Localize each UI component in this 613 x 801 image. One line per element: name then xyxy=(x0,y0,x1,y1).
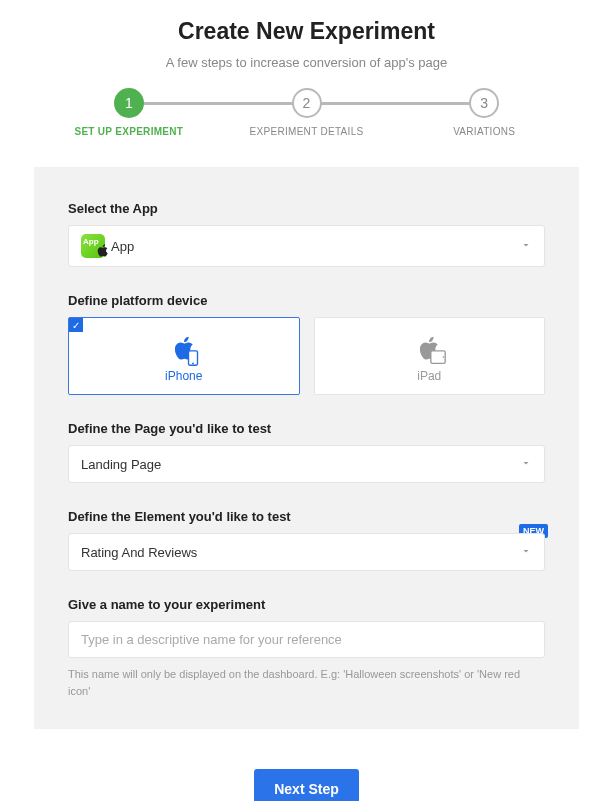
chevron-down-icon xyxy=(520,237,532,255)
app-icon xyxy=(81,234,105,258)
step-label: SET UP EXPERIMENT xyxy=(74,126,183,137)
svg-point-3 xyxy=(443,356,445,358)
page-field-label: Define the Page you'd like to test xyxy=(68,421,545,436)
device-option-iphone[interactable]: ✓ iPhone xyxy=(68,317,300,395)
next-step-button[interactable]: Next Step xyxy=(254,769,359,801)
step-number: 2 xyxy=(292,88,322,118)
apple-ipad-icon xyxy=(411,331,447,367)
page-title: Create New Experiment xyxy=(20,18,593,45)
device-label: iPhone xyxy=(165,369,202,383)
page-select-value: Landing Page xyxy=(81,457,161,472)
name-field-label: Give a name to your experiment xyxy=(68,597,545,612)
device-label: iPad xyxy=(417,369,441,383)
chevron-down-icon xyxy=(520,543,532,561)
step-2[interactable]: 2 EXPERIMENT DETAILS xyxy=(218,88,396,137)
step-number: 1 xyxy=(114,88,144,118)
name-helper-text: This name will only be displayed on the … xyxy=(68,666,545,699)
element-field-label: Define the Element you'd like to test xyxy=(68,509,545,524)
apple-iphone-icon xyxy=(166,331,202,367)
page-subtitle: A few steps to increase conversion of ap… xyxy=(20,55,593,70)
chevron-down-icon xyxy=(520,455,532,473)
element-select[interactable]: Rating And Reviews xyxy=(68,533,545,571)
svg-point-1 xyxy=(192,363,194,365)
app-label: Select the App xyxy=(68,201,545,216)
step-label: VARIATIONS xyxy=(453,126,515,137)
step-number: 3 xyxy=(469,88,499,118)
form-panel: Select the App App Define platform d xyxy=(34,167,579,729)
step-label: EXPERIMENT DETAILS xyxy=(250,126,364,137)
stepper: 1 SET UP EXPERIMENT 2 EXPERIMENT DETAILS… xyxy=(20,88,593,137)
app-select[interactable]: App xyxy=(68,225,545,267)
app-select-value: App xyxy=(111,239,134,254)
experiment-name-input[interactable] xyxy=(68,621,545,658)
check-icon: ✓ xyxy=(69,318,83,332)
step-1[interactable]: 1 SET UP EXPERIMENT xyxy=(40,88,218,137)
device-option-ipad[interactable]: iPad xyxy=(314,317,546,395)
step-3[interactable]: 3 VARIATIONS xyxy=(395,88,573,137)
element-select-value: Rating And Reviews xyxy=(81,545,197,560)
platform-label: Define platform device xyxy=(68,293,545,308)
page-select[interactable]: Landing Page xyxy=(68,445,545,483)
apple-logo-icon xyxy=(97,244,108,260)
